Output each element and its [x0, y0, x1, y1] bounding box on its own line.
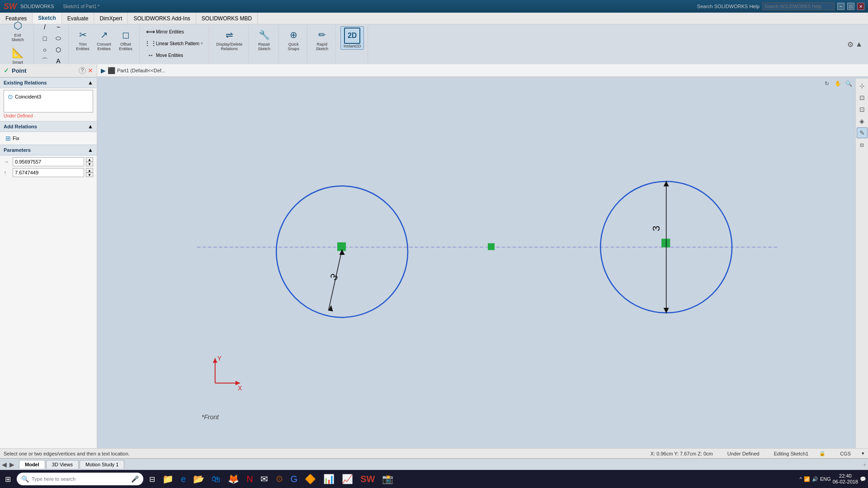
canvas-area[interactable]: ▶ ⬛ Part1 (Default<<Def... ↻ ✋ 🔍 ◈: [97, 64, 868, 448]
firefox-button[interactable]: 🦊: [225, 471, 242, 487]
ribbon-group-snaps: ⊕ QuickSnaps: [280, 25, 307, 63]
convert-entities-button[interactable]: ↗ ConvertEntities: [94, 26, 114, 52]
tray-volume-icon[interactable]: 🔊: [812, 476, 818, 482]
tabs-left-arrow[interactable]: ◀: [2, 461, 7, 468]
x-param-up-button[interactable]: ▲: [86, 157, 93, 162]
maximize-button[interactable]: □: [847, 3, 854, 10]
midpoint-square[interactable]: [488, 244, 495, 250]
app5-button[interactable]: 📸: [379, 471, 396, 487]
linear-pattern-button[interactable]: ⋮⋮ Linear Sketch Pattern ▾: [144, 38, 205, 49]
taskbar-search[interactable]: 🔍 🎤: [17, 473, 143, 485]
tree-bar: ▶ ⬛ Part1 (Default<<Def...: [97, 64, 868, 77]
ellipse-tool-button[interactable]: ⬭: [52, 33, 65, 44]
view-display-button[interactable]: ◈: [857, 116, 868, 127]
y-param-input[interactable]: [13, 168, 84, 177]
help-search-input[interactable]: [762, 2, 835, 10]
existing-relations-list: ⊙ Coincident3: [4, 90, 93, 113]
rapid-sketch-button[interactable]: ✏ RapidSketch: [312, 26, 332, 52]
line-tool-button[interactable]: /: [38, 22, 51, 33]
tabs-right-arrow[interactable]: ▶: [9, 461, 14, 468]
trim-entities-button[interactable]: ✂ TrimEntities: [73, 26, 92, 52]
tab-3d-views[interactable]: 3D Views: [46, 460, 79, 469]
zoom-area-button[interactable]: ⊡: [857, 92, 868, 103]
tab-dimxpert[interactable]: DimXpert: [94, 13, 128, 24]
tab-motion-study[interactable]: Motion Study 1: [80, 460, 124, 469]
tray-clock[interactable]: 22:40 06-02-2018: [833, 473, 858, 485]
ribbon-group-draw: / □ ○ ⌒ ~ ⬭ ⬡ A: [35, 25, 69, 63]
tray-lang-icon[interactable]: ENG: [820, 476, 831, 482]
app4-button[interactable]: 📈: [339, 471, 356, 487]
explorer-button[interactable]: 📁: [159, 471, 177, 487]
solidworks-button[interactable]: SW: [357, 471, 378, 487]
exit-sketch-button[interactable]: ⬡ ExitSketch: [8, 17, 27, 43]
tab-mbd[interactable]: SOLIDWORKS MBD: [196, 13, 258, 24]
zoom-view-icon[interactable]: 🔍: [844, 79, 854, 89]
view-settings-icon[interactable]: ⚙: [847, 40, 854, 49]
circle-2-center-point[interactable]: [662, 239, 670, 247]
sketch-canvas[interactable]: 3 3 Y X: [97, 64, 868, 448]
y-param-down-button[interactable]: ▼: [86, 173, 93, 177]
tray-icons-show[interactable]: ^: [800, 476, 802, 482]
netflix-button[interactable]: N: [243, 471, 256, 487]
tray-network-icon[interactable]: 📶: [804, 476, 810, 482]
panel-help-button[interactable]: ?: [79, 67, 86, 74]
mirror-entities-button[interactable]: ⟺ Mirror Entities: [144, 26, 205, 37]
section-view-button[interactable]: ⧈: [857, 139, 868, 150]
display-delete-relations-button[interactable]: ⇌ Display/DeleteRelations: [214, 26, 245, 52]
status-dropdown-button[interactable]: ▾: [862, 450, 864, 456]
y-param-up-button[interactable]: ▲: [86, 168, 93, 173]
circle-tool-button[interactable]: ○: [38, 44, 51, 55]
add-relations-header[interactable]: Add Relations ▲: [0, 121, 97, 132]
display-delete-relations-label: Display/DeleteRelations: [216, 42, 242, 51]
rotate-view-icon[interactable]: ↻: [822, 79, 832, 89]
x-param-input[interactable]: [13, 157, 84, 166]
tab-addins[interactable]: SOLIDWORKS Add-Ins: [128, 13, 196, 24]
file-manager-button[interactable]: 📂: [190, 471, 208, 487]
existing-relations-header[interactable]: Existing Relations ▲: [0, 77, 97, 88]
move-entities-button[interactable]: ↔ Move Entities: [144, 50, 205, 61]
minimize-button[interactable]: −: [837, 3, 844, 10]
view-orient-button[interactable]: ⊹: [857, 80, 868, 91]
fix-relation-item[interactable]: ⊞ Fix: [4, 134, 93, 143]
offset-entities-button[interactable]: ◻ OffsetEntities: [116, 26, 136, 52]
x-param-down-button[interactable]: ▼: [86, 162, 93, 166]
app3-button[interactable]: 📊: [320, 471, 338, 487]
repair-sketch-button[interactable]: 🔧 RepairSketch: [253, 26, 275, 52]
display-delete-relations-icon: ⇌: [222, 28, 236, 42]
app2-button[interactable]: 🔶: [302, 471, 319, 487]
instant2d-label: Instant2D: [344, 44, 361, 48]
edit-appearance-button[interactable]: ✎: [857, 127, 868, 138]
ribbon-collapse-icon[interactable]: ▲: [855, 40, 863, 48]
polygon-tool-button[interactable]: ⬡: [52, 44, 65, 55]
task-view-button[interactable]: ⊟: [146, 471, 158, 487]
circle-1-center-point[interactable]: [338, 243, 346, 251]
title-bar-right: Search SOLIDWORKS Help − □ ✕: [697, 2, 864, 10]
quick-snaps-button[interactable]: ⊕ QuickSnaps: [283, 26, 303, 52]
add-tab-button[interactable]: +: [863, 462, 866, 467]
pan-view-icon[interactable]: ✋: [833, 79, 843, 89]
start-button[interactable]: ⊞: [2, 471, 14, 487]
taskbar-search-input[interactable]: [32, 476, 128, 482]
linear-pattern-dropdown[interactable]: ▾: [201, 41, 203, 46]
parameters-header[interactable]: Parameters ▲: [0, 145, 97, 155]
tree-expand-icon[interactable]: ▶: [101, 67, 106, 74]
chrome-button[interactable]: G: [288, 471, 301, 487]
panel-close-button[interactable]: ✕: [88, 67, 93, 74]
tray-notification-icon[interactable]: 💬: [860, 476, 866, 482]
fix-label: Fix: [13, 136, 19, 141]
instant2d-button[interactable]: 2D Instant2D: [340, 26, 364, 50]
store-button[interactable]: 🛍: [208, 471, 224, 487]
panel-header-left: ✓ Point: [4, 67, 27, 74]
tab-evaluate[interactable]: Evaluate: [62, 13, 94, 24]
relation-item-coincident3[interactable]: ⊙ Coincident3: [6, 92, 91, 101]
rect-tool-button[interactable]: □: [38, 33, 51, 44]
panel-confirm-button[interactable]: ✓: [4, 67, 9, 74]
app1-button[interactable]: ⚙: [272, 471, 287, 487]
mail-button[interactable]: ✉: [257, 471, 271, 487]
tree-part-label[interactable]: Part1 (Default<<Def...: [117, 68, 165, 73]
zoom-fit-button[interactable]: ⊡: [857, 104, 868, 115]
tab-model[interactable]: Model: [19, 460, 45, 469]
edge-button[interactable]: e: [178, 471, 189, 487]
close-button[interactable]: ✕: [857, 3, 864, 10]
spline-tool-button[interactable]: ~: [52, 22, 65, 33]
